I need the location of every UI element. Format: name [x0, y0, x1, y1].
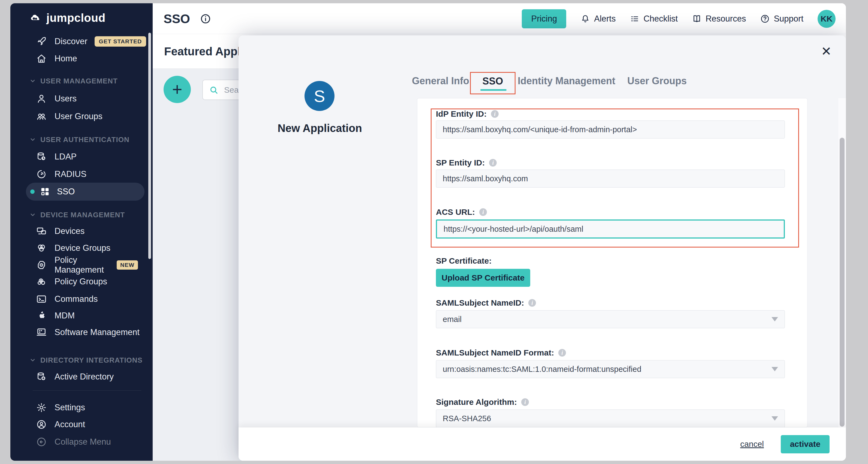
devices-icon — [35, 225, 48, 237]
search-icon — [209, 85, 219, 95]
sidebar-item-user-groups[interactable]: User Groups — [35, 108, 150, 125]
sidebar: jumpcloud Discover GET STARTED Home USER… — [10, 3, 153, 461]
chevron-down-icon — [29, 212, 36, 218]
checklist-link[interactable]: Checklist — [630, 14, 678, 24]
sidebar-item-account[interactable]: Account — [35, 416, 150, 433]
sidebar-section-user-management[interactable]: USER MANAGEMENT — [29, 75, 118, 86]
book-icon — [692, 14, 702, 24]
sidebar-item-devices[interactable]: Devices — [35, 222, 150, 240]
tab-identity-management[interactable]: Identity Management — [518, 75, 615, 87]
resources-link[interactable]: Resources — [692, 14, 746, 24]
support-link[interactable]: Support — [760, 14, 803, 24]
sidebar-item-policy-management[interactable]: Policy Management NEW — [35, 256, 150, 274]
sidebar-item-ldap[interactable]: LDAP — [35, 148, 150, 165]
navbar-actions: Pricing Alerts Checklist Resources — [522, 3, 836, 34]
alerts-label: Alerts — [594, 14, 616, 24]
new-application-modal: ✕ S New Application General Info SSO Ide… — [239, 35, 846, 461]
sidebar-item-label: Policy Groups — [55, 277, 107, 286]
jumpcloud-logo-text: jumpcloud — [46, 11, 105, 25]
tab-user-groups[interactable]: User Groups — [627, 75, 687, 87]
modal-footer: cancel activate — [239, 428, 846, 461]
signature-algorithm-select[interactable]: RSA-SHA256 — [436, 409, 785, 428]
info-icon[interactable]: i — [489, 159, 497, 166]
sidebar-section-title: USER AUTHENTICATION — [40, 135, 129, 144]
jumpcloud-logo[interactable]: jumpcloud — [27, 11, 105, 25]
modal-scrollbar-thumb[interactable] — [840, 138, 844, 427]
sidebar-item-sso-active[interactable]: SSO — [26, 183, 145, 200]
sidebar-item-policy-groups[interactable]: Policy Groups — [35, 273, 150, 290]
terminal-icon — [35, 293, 48, 305]
sidebar-item-label: Active Directory — [55, 372, 114, 382]
tab-sso-active[interactable]: SSO — [470, 72, 516, 94]
sidebar-item-label: Account — [55, 420, 85, 429]
checklist-label: Checklist — [643, 14, 678, 24]
sp-entity-id-label: SP Entity ID: i — [436, 158, 497, 167]
info-icon[interactable]: i — [558, 349, 566, 357]
active-indicator-dot — [30, 189, 35, 194]
alerts-link[interactable]: Alerts — [580, 14, 616, 24]
info-icon[interactable] — [200, 13, 211, 25]
sidebar-item-label: User Groups — [55, 112, 102, 121]
sidebar-item-active-directory[interactable]: Active Directory — [35, 368, 150, 385]
saml-subject-nameid-select[interactable]: email — [436, 310, 785, 328]
info-icon[interactable]: i — [528, 299, 536, 307]
modal-scrollbar-track[interactable] — [838, 98, 846, 428]
software-laptop-icon — [35, 326, 48, 338]
sidebar-section-directory-integrations[interactable]: DIRECTORY INTEGRATIONS — [29, 355, 143, 366]
pricing-button[interactable]: Pricing — [522, 9, 566, 28]
page-title-text: SSO — [163, 11, 190, 26]
sidebar-item-radius[interactable]: RADIUS — [35, 165, 150, 183]
upload-sp-certificate-button[interactable]: Upload SP Certificate — [436, 269, 530, 287]
sidebar-item-label: Commands — [55, 294, 98, 304]
acs-url-label: ACS URL: i — [436, 208, 487, 217]
saml-subject-nameid-format-select[interactable]: urn:oasis:names:tc:SAML:1.0:nameid-forma… — [436, 360, 785, 378]
jumpcloud-cloud-icon — [27, 12, 43, 24]
sidebar-item-mdm[interactable]: MDM — [35, 307, 150, 324]
sidebar-item-label: LDAP — [55, 152, 76, 162]
sidebar-section-device-management[interactable]: DEVICE MANAGEMENT — [29, 209, 125, 220]
info-icon[interactable]: i — [479, 208, 487, 216]
sidebar-item-software-management[interactable]: Software Management — [35, 323, 150, 341]
user-icon — [35, 93, 48, 105]
sidebar-item-home[interactable]: Home — [35, 50, 150, 67]
sidebar-item-discover[interactable]: Discover GET STARTED — [35, 33, 150, 50]
page-title: SSO — [163, 3, 211, 34]
sidebar-scrollbar[interactable] — [148, 33, 151, 259]
sidebar-item-collapse-menu[interactable]: Collapse Menu — [35, 433, 150, 451]
sidebar-item-users[interactable]: Users — [35, 90, 150, 107]
selected-value: email — [443, 315, 462, 324]
activate-button[interactable]: activate — [781, 435, 830, 453]
close-icon[interactable]: ✕ — [819, 43, 834, 59]
get-started-badge: GET STARTED — [95, 36, 146, 47]
application-name: New Application — [265, 122, 374, 134]
idp-entity-id-label: IdP Entity ID: i — [436, 109, 499, 119]
policy-management-icon — [35, 259, 48, 271]
info-icon[interactable]: i — [521, 398, 529, 406]
idp-entity-id-input[interactable] — [436, 121, 785, 138]
gear-icon — [35, 402, 48, 413]
sidebar-section-user-authentication[interactable]: USER AUTHENTICATION — [29, 134, 129, 145]
sidebar-item-device-groups[interactable]: Device Groups — [35, 239, 150, 257]
sidebar-item-commands[interactable]: Commands — [35, 290, 150, 308]
acs-url-input[interactable] — [436, 219, 785, 239]
tab-general-info[interactable]: General Info — [412, 75, 469, 87]
sp-entity-id-input[interactable] — [436, 169, 785, 188]
signature-algorithm-label: Signature Algorithm: i — [436, 398, 529, 407]
active-directory-icon — [35, 371, 48, 383]
collapse-arrow-icon — [35, 436, 48, 448]
user-group-icon — [35, 111, 48, 122]
sidebar-section-title: USER MANAGEMENT — [40, 77, 118, 85]
sidebar-item-label: RADIUS — [55, 169, 86, 179]
info-icon[interactable]: i — [491, 110, 499, 118]
radius-dial-icon — [35, 168, 48, 180]
sidebar-item-label: Policy Management — [55, 255, 110, 275]
home-icon — [35, 53, 48, 65]
add-application-button[interactable]: + — [163, 76, 191, 103]
cancel-button[interactable]: cancel — [739, 439, 766, 449]
new-badge: NEW — [117, 260, 138, 270]
sidebar-item-settings[interactable]: Settings — [35, 399, 150, 416]
sidebar-section-title: DIRECTORY INTEGRATIONS — [40, 356, 143, 365]
user-avatar[interactable]: KK — [817, 10, 836, 28]
sidebar-item-label: MDM — [55, 311, 75, 320]
caret-down-icon — [772, 416, 778, 421]
